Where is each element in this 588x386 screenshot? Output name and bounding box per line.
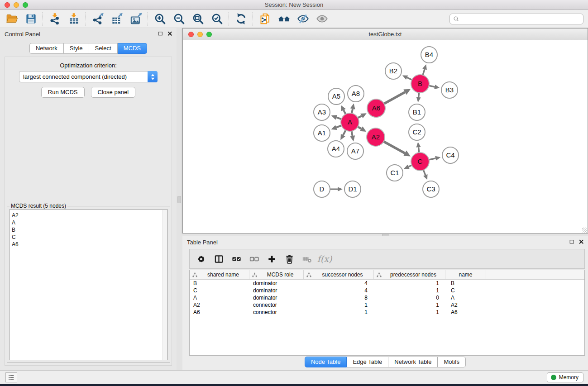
save-session-button[interactable] bbox=[23, 11, 39, 27]
search-box[interactable] bbox=[449, 14, 583, 24]
table-cell[interactable]: 4 bbox=[304, 287, 374, 294]
tab-network-table[interactable]: Network Table bbox=[388, 357, 438, 367]
graph-node-A8[interactable]: A8 bbox=[348, 86, 364, 102]
run-mcds-button[interactable]: Run MCDS bbox=[41, 87, 85, 98]
network-window-titlebar[interactable]: testGlobe.txt bbox=[183, 29, 588, 40]
delete-table-button[interactable] bbox=[300, 252, 314, 266]
graph-node-A7[interactable]: A7 bbox=[347, 143, 363, 159]
select-all-button[interactable] bbox=[229, 252, 243, 266]
memory-button[interactable]: Memory bbox=[547, 372, 583, 382]
float-panel-icon[interactable] bbox=[569, 239, 575, 245]
graph-node-A4[interactable]: A4 bbox=[328, 141, 344, 157]
mcds-result-list[interactable]: A2ABCA6 bbox=[9, 210, 168, 360]
column-header-name[interactable]: name bbox=[445, 270, 486, 279]
graph-node-B1[interactable]: B1 bbox=[409, 104, 425, 120]
zoom-selected-button[interactable] bbox=[209, 11, 225, 27]
graph-node-A2[interactable]: A2 bbox=[367, 128, 385, 146]
criterion-dropdown[interactable]: largest connected component (directed) bbox=[19, 71, 158, 82]
deselect-all-button[interactable] bbox=[247, 252, 261, 266]
graph-node-A3[interactable]: A3 bbox=[314, 104, 330, 120]
close-panel-button[interactable]: Close panel bbox=[91, 87, 136, 98]
table-cell[interactable]: dominator bbox=[249, 280, 304, 286]
graph-node-A[interactable]: A bbox=[341, 113, 359, 131]
table-cell[interactable]: 1 bbox=[374, 287, 445, 294]
table-cell[interactable]: 0 bbox=[374, 295, 445, 301]
table-cell[interactable]: connector bbox=[249, 309, 304, 315]
float-panel-icon[interactable] bbox=[158, 31, 163, 37]
close-panel-icon[interactable] bbox=[578, 239, 584, 245]
export-table-button[interactable] bbox=[109, 11, 125, 27]
task-history-button[interactable] bbox=[5, 372, 17, 382]
column-header-successor-nodes[interactable]: successor nodes bbox=[304, 270, 374, 279]
settings-button[interactable] bbox=[194, 252, 208, 266]
tab-style[interactable]: Style bbox=[64, 43, 89, 54]
graph-node-C2[interactable]: C2 bbox=[409, 124, 425, 140]
tab-node-table[interactable]: Node Table bbox=[305, 357, 347, 367]
delete-button[interactable] bbox=[282, 252, 296, 266]
table-cell[interactable]: dominator bbox=[249, 295, 304, 301]
graph-node-C1[interactable]: C1 bbox=[387, 165, 403, 181]
graph-node-C[interactable]: C bbox=[411, 152, 429, 171]
network-overview-button[interactable] bbox=[276, 11, 292, 27]
graph-node-A6[interactable]: A6 bbox=[367, 99, 385, 117]
add-button[interactable] bbox=[265, 252, 278, 266]
graph-edge-A6-B[interactable] bbox=[382, 89, 411, 105]
table-row[interactable]: Adominator80A bbox=[190, 294, 584, 301]
table-row[interactable]: Cdominator41C bbox=[190, 287, 584, 294]
table-cell[interactable]: A bbox=[445, 295, 486, 301]
zoom-in-button[interactable] bbox=[152, 11, 168, 27]
open-session-button[interactable] bbox=[4, 11, 20, 27]
table-cell[interactable]: 1 bbox=[374, 309, 445, 315]
table-row[interactable]: A2connector11A2 bbox=[190, 301, 584, 309]
close-panel-icon[interactable] bbox=[167, 31, 173, 37]
graph-node-B4[interactable]: B4 bbox=[421, 47, 437, 63]
hide-selected-button[interactable] bbox=[295, 11, 311, 27]
table-row[interactable]: Bdominator41B bbox=[190, 280, 584, 287]
graph-node-D1[interactable]: D1 bbox=[344, 181, 361, 197]
tab-network[interactable]: Network bbox=[29, 43, 64, 54]
table-row[interactable]: A6connector11A6 bbox=[190, 309, 584, 316]
zoom-out-button[interactable] bbox=[171, 11, 187, 27]
zoom-fit-button[interactable] bbox=[190, 11, 206, 27]
network-canvas[interactable]: AA1A2A3A4A5A6A7A8BB1B2B3B4CC1C2C3C4DD1 bbox=[183, 40, 588, 233]
graph-node-B3[interactable]: B3 bbox=[441, 82, 458, 98]
table-cell[interactable]: 1 bbox=[374, 280, 445, 286]
result-scrollbar[interactable] bbox=[163, 210, 167, 360]
graph-node-B[interactable]: B bbox=[411, 75, 429, 93]
table-cell[interactable]: B bbox=[190, 280, 249, 286]
graph-node-C3[interactable]: C3 bbox=[423, 181, 439, 197]
column-header-predecessor-nodes[interactable]: predecessor nodes bbox=[374, 270, 445, 279]
new-network-from-selection-button[interactable] bbox=[257, 11, 273, 27]
graph-node-D[interactable]: D bbox=[314, 181, 330, 197]
import-table-button[interactable] bbox=[66, 11, 82, 27]
graph-edge-A2-C[interactable] bbox=[382, 141, 411, 157]
node-table[interactable]: shared nameMCDS rolesuccessor nodesprede… bbox=[189, 270, 585, 356]
table-cell[interactable]: A2 bbox=[190, 302, 249, 308]
table-cell[interactable]: 1 bbox=[304, 309, 374, 315]
export-network-button[interactable] bbox=[90, 11, 106, 27]
graph-node-A5[interactable]: A5 bbox=[328, 88, 344, 105]
tab-motifs[interactable]: Motifs bbox=[438, 357, 466, 367]
table-cell[interactable]: C bbox=[445, 287, 486, 294]
graph-node-B2[interactable]: B2 bbox=[385, 63, 402, 79]
column-header-shared-name[interactable]: shared name bbox=[190, 270, 249, 279]
table-cell[interactable]: A bbox=[190, 295, 249, 301]
show-selected-button[interactable] bbox=[314, 11, 330, 27]
table-cell[interactable]: A6 bbox=[190, 309, 249, 315]
search-input[interactable] bbox=[462, 16, 580, 23]
refresh-button[interactable] bbox=[233, 11, 249, 27]
divider-handle[interactable] bbox=[177, 196, 181, 203]
mcds-result-item[interactable]: B bbox=[12, 226, 167, 234]
import-network-button[interactable] bbox=[47, 11, 63, 27]
function-builder-button[interactable]: f(x) bbox=[318, 252, 331, 266]
mcds-result-item[interactable]: A bbox=[12, 219, 167, 226]
column-header-MCDS-role[interactable]: MCDS role bbox=[249, 270, 304, 279]
mcds-result-item[interactable]: A2 bbox=[12, 212, 167, 219]
table-cell[interactable]: dominator bbox=[249, 287, 304, 294]
mcds-result-item[interactable]: A6 bbox=[12, 241, 167, 248]
table-cell[interactable]: 1 bbox=[374, 302, 445, 308]
export-image-button[interactable] bbox=[128, 11, 144, 27]
table-cell[interactable]: 4 bbox=[304, 280, 374, 286]
graph-node-C4[interactable]: C4 bbox=[442, 147, 459, 163]
table-cell[interactable]: B bbox=[445, 280, 486, 286]
